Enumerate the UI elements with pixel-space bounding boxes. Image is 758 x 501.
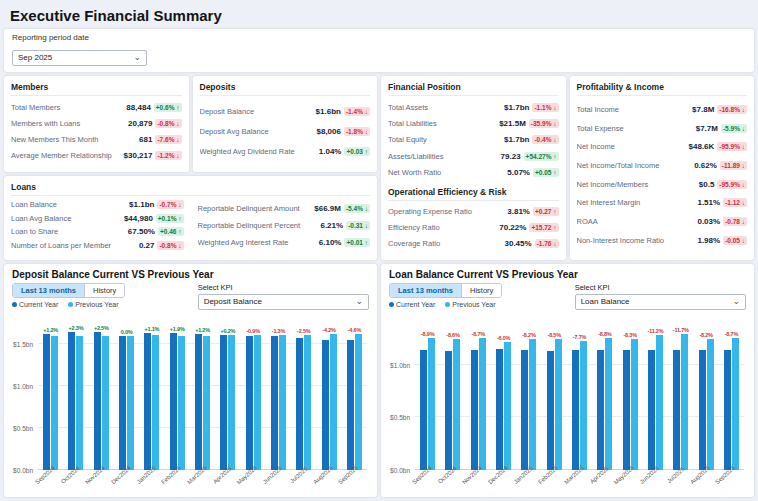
previous-year-bar[interactable] <box>76 336 83 470</box>
bar-group-jul2025[interactable]: -11.7% <box>668 321 693 471</box>
current-year-bar[interactable] <box>322 340 329 470</box>
bar-group-oct2024[interactable]: -8.6% <box>440 321 465 471</box>
bar-group-dec2024[interactable]: 0.0% <box>114 321 139 471</box>
current-year-bar[interactable] <box>471 350 478 470</box>
current-year-bar[interactable] <box>597 350 604 470</box>
previous-year-bar[interactable] <box>228 335 235 470</box>
current-year-bar[interactable] <box>648 350 655 470</box>
current-year-bar[interactable] <box>94 332 101 470</box>
current-year-bar[interactable] <box>119 336 126 470</box>
previous-year-bar[interactable] <box>732 338 739 470</box>
previous-year-bar[interactable] <box>555 339 562 470</box>
current-year-bar[interactable] <box>724 350 731 470</box>
previous-year-bar[interactable] <box>279 335 286 470</box>
legend-current-year[interactable]: Current Year <box>12 301 58 308</box>
previous-year-bar[interactable] <box>453 339 460 470</box>
current-year-bar[interactable] <box>43 334 50 470</box>
bar-group-may2025[interactable]: -0.9% <box>241 321 266 471</box>
kpi-value-group: $21.5M-35.9% ↓ <box>499 119 558 128</box>
previous-year-bar[interactable] <box>504 342 511 470</box>
kpi-select[interactable]: Deposit Balance ⌄ <box>198 294 369 310</box>
current-year-bar[interactable] <box>445 351 452 470</box>
bar-delta-label: +2.5% <box>94 325 109 331</box>
current-year-bar[interactable] <box>347 340 354 470</box>
bar-group-may2025[interactable]: -8.3% <box>618 321 643 471</box>
kpi-delta-badge: +0.27 ↑ <box>533 207 559 216</box>
previous-year-bar[interactable] <box>479 338 486 470</box>
previous-year-bar[interactable] <box>707 339 714 470</box>
previous-year-bar[interactable] <box>681 334 688 470</box>
bar-group-apr2025[interactable]: -8.8% <box>592 321 617 471</box>
current-year-bar[interactable] <box>496 349 503 470</box>
previous-year-bar[interactable] <box>355 334 362 470</box>
bar-group-nov2024[interactable]: -8.7% <box>466 321 491 471</box>
previous-year-bar[interactable] <box>330 334 337 470</box>
current-year-bar[interactable] <box>195 334 202 470</box>
previous-year-bar[interactable] <box>152 335 159 470</box>
current-year-bar[interactable] <box>572 350 579 470</box>
kpi-select[interactable]: Loan Balance ⌄ <box>575 294 746 310</box>
reporting-period-select[interactable]: Sep 2025 ⌄ <box>12 50 147 66</box>
previous-year-bar[interactable] <box>178 336 185 470</box>
bar-group-jan2025[interactable]: +1.1% <box>139 321 164 471</box>
bar-group-oct2024[interactable]: +2.3% <box>63 321 88 471</box>
previous-year-bar[interactable] <box>203 336 210 470</box>
previous-year-bar[interactable] <box>529 339 536 470</box>
bar-group-aug2025[interactable]: -4.2% <box>316 321 341 471</box>
bar-group-sep2025[interactable]: -8.7% <box>719 321 744 471</box>
chevron-down-icon: ⌄ <box>355 299 363 304</box>
current-year-bar[interactable] <box>271 336 278 470</box>
current-year-bar[interactable] <box>521 350 528 470</box>
bar-group-jun2025[interactable]: -1.3% <box>266 321 291 471</box>
bar-group-feb2025[interactable]: +1.9% <box>165 321 190 471</box>
previous-year-bar[interactable] <box>51 336 58 470</box>
bar-group-jul2025[interactable]: -2.5% <box>291 321 316 471</box>
current-year-bar[interactable] <box>246 336 253 470</box>
tab-history[interactable]: History <box>461 284 501 297</box>
current-year-bar[interactable] <box>68 332 75 470</box>
current-year-bar[interactable] <box>220 335 227 470</box>
bar-group-jun2025[interactable]: -11.2% <box>643 321 668 471</box>
current-year-bar[interactable] <box>673 350 680 470</box>
bar-group-sep2025[interactable]: -4.6% <box>342 321 367 471</box>
kpi-value: $21.5M <box>499 119 526 128</box>
previous-year-bar[interactable] <box>428 338 435 470</box>
bar-group-apr2025[interactable]: +0.2% <box>215 321 240 471</box>
bar-group-aug2025[interactable]: -8.2% <box>693 321 718 471</box>
bar-group-jan2025[interactable]: -8.2% <box>516 321 541 471</box>
previous-year-bar[interactable] <box>127 336 134 470</box>
previous-year-bar[interactable] <box>304 335 311 470</box>
bar-group-mar2025[interactable]: -7.7% <box>567 321 592 471</box>
tab-last-13-months[interactable]: Last 13 months <box>390 284 461 297</box>
current-year-bar[interactable] <box>547 351 554 470</box>
current-year-bar[interactable] <box>296 338 303 470</box>
tab-history[interactable]: History <box>84 284 124 297</box>
previous-year-bar[interactable] <box>605 338 612 470</box>
legend-previous-year[interactable]: Previous Year <box>68 301 118 308</box>
kpi-value: $7.7M <box>696 124 718 133</box>
previous-year-bar[interactable] <box>254 335 261 470</box>
previous-year-bar[interactable] <box>656 335 663 470</box>
kpi-value-group: $48.6K-95.9% ↓ <box>689 142 747 151</box>
legend-previous-year[interactable]: Previous Year <box>445 301 495 308</box>
current-year-bar[interactable] <box>623 350 630 470</box>
bar-group-dec2024[interactable]: -6.0% <box>491 321 516 471</box>
tab-last-13-months[interactable]: Last 13 months <box>13 284 84 297</box>
bar-plot: +1.2%+2.3%+2.5%0.0%+1.1%+1.9%+1.2%+0.2%-… <box>38 321 367 471</box>
plot-area: $0.0bn$0.5bn$1.0bn$1.5bn +1.2%+2.3%+2.5%… <box>12 313 369 471</box>
current-year-bar[interactable] <box>144 333 151 470</box>
bar-group-mar2025[interactable]: +1.2% <box>190 321 215 471</box>
previous-year-bar[interactable] <box>580 341 587 470</box>
current-year-bar[interactable] <box>420 350 427 470</box>
bar-group-sep2024[interactable]: -8.9% <box>415 321 440 471</box>
previous-year-bar[interactable] <box>631 339 638 470</box>
previous-year-bar[interactable] <box>102 336 109 470</box>
legend-current-year[interactable]: Current Year <box>389 301 435 308</box>
current-year-bar[interactable] <box>170 333 177 470</box>
bar-group-nov2024[interactable]: +2.5% <box>89 321 114 471</box>
bar-group-feb2025[interactable]: -8.5% <box>542 321 567 471</box>
kpi-row-loan-to-share: Loan to Share67.50%+0.46 ↑ <box>11 227 184 236</box>
bar-group-sep2024[interactable]: +1.2% <box>38 321 63 471</box>
current-year-bar[interactable] <box>699 350 706 470</box>
bar-groups: -8.9%-8.6%-8.7%-6.0%-8.2%-8.5%-7.7%-8.8%… <box>415 321 744 471</box>
